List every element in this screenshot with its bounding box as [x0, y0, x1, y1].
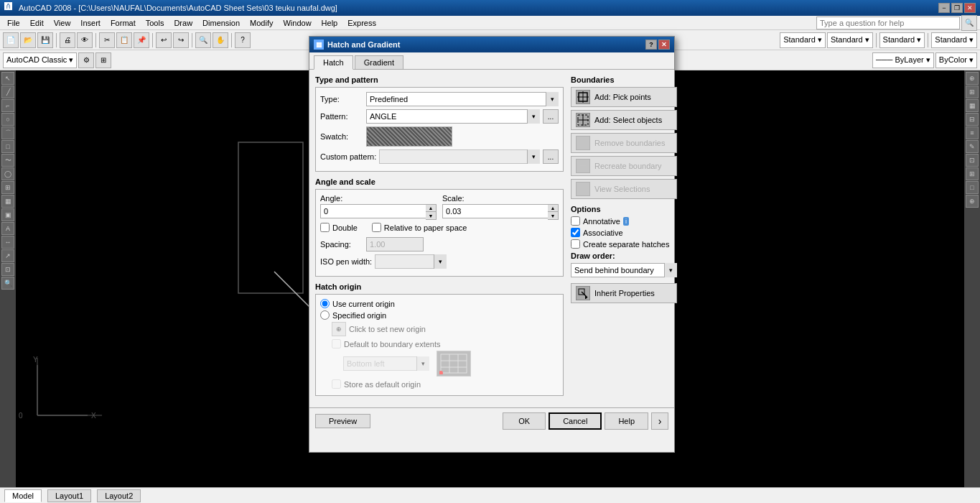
workspace-dropdown[interactable]: AutoCAD Classic ▾ — [3, 52, 77, 68]
menu-insert[interactable]: Insert — [76, 18, 105, 28]
tb-paste[interactable]: 📌 — [134, 32, 149, 48]
tb-save[interactable]: 💾 — [37, 32, 53, 48]
lt-dim[interactable]: ↔ — [1, 236, 14, 249]
bycolor-dropdown[interactable]: ByColor ▾ — [935, 52, 977, 68]
lt-tolerance[interactable]: ⊡ — [1, 263, 14, 276]
click-origin-btn[interactable]: ⊕ — [332, 322, 346, 336]
spacing-input[interactable] — [366, 237, 424, 251]
tb-standard-dd4[interactable]: Standard ▾ — [931, 32, 977, 48]
help-search-input[interactable] — [816, 17, 960, 29]
iso-select[interactable] — [375, 254, 447, 269]
rt-btn5[interactable]: ≡ — [966, 126, 979, 139]
annotative-info-icon[interactable]: i — [623, 217, 629, 226]
tb-help[interactable]: ? — [235, 32, 251, 48]
lt-select[interactable]: ↖ — [1, 72, 14, 85]
tab-model[interactable]: Model — [4, 489, 42, 502]
lt-pline[interactable]: ⌐ — [1, 99, 14, 112]
help-search-button[interactable]: 🔍 — [961, 15, 977, 31]
help-button[interactable]: Help — [605, 412, 648, 430]
tb-standard-dd3[interactable]: Standard ▾ — [879, 32, 925, 48]
tb-standard-dd1[interactable]: Standard ▾ — [780, 32, 826, 48]
tb-workspace-btn1[interactable]: ⚙ — [78, 52, 94, 68]
tab-layout1[interactable]: Layout1 — [47, 489, 91, 502]
lt-hatch[interactable]: ▦ — [1, 195, 14, 208]
tb-workspace-btn2[interactable]: ⊞ — [95, 52, 111, 68]
lt-spline[interactable]: 〜 — [1, 154, 14, 167]
type-select[interactable]: Predefined User defined Custom — [366, 92, 559, 106]
swatch-preview[interactable] — [366, 126, 452, 147]
scale-input[interactable] — [442, 204, 548, 218]
custom-pattern-select[interactable] — [379, 149, 540, 164]
lt-leader[interactable]: ↗ — [1, 249, 14, 262]
remove-boundaries-button[interactable]: Remove boundaries — [571, 133, 677, 153]
lt-region[interactable]: ▣ — [1, 208, 14, 221]
close-button[interactable]: ✕ — [964, 3, 976, 13]
rt-btn2[interactable]: ⊞ — [966, 86, 979, 98]
lt-insert[interactable]: ⊞ — [1, 181, 14, 194]
lt-ellipse[interactable]: ◯ — [1, 167, 14, 180]
rt-btn6[interactable]: ✎ — [966, 140, 979, 153]
tb-preview[interactable]: 👁 — [77, 32, 93, 48]
scale-down[interactable]: ▼ — [548, 212, 558, 219]
tab-layout2[interactable]: Layout2 — [97, 489, 141, 502]
annotative-checkbox[interactable] — [571, 216, 580, 226]
restore-button[interactable]: ❐ — [951, 3, 963, 13]
lt-arc[interactable]: ⌒ — [1, 126, 14, 139]
menu-view[interactable]: View — [50, 18, 75, 28]
view-selections-button[interactable]: View Selections — [571, 179, 677, 199]
tb-print[interactable]: 🖨 — [60, 32, 75, 48]
tb-standard-dd2[interactable]: Standard ▾ — [827, 32, 873, 48]
recreate-boundary-button[interactable]: Recreate boundary — [571, 156, 677, 176]
menu-tools[interactable]: Tools — [141, 18, 169, 28]
expand-button[interactable]: › — [651, 412, 668, 430]
rt-btn4[interactable]: ⊟ — [966, 113, 979, 126]
create-separate-checkbox[interactable] — [571, 239, 580, 249]
menu-edit[interactable]: Edit — [26, 18, 48, 28]
tab-hatch[interactable]: Hatch — [314, 55, 353, 70]
rt-btn1[interactable]: ⊕ — [966, 72, 979, 85]
cancel-button[interactable]: Cancel — [549, 412, 602, 430]
menu-dimension[interactable]: Dimension — [198, 18, 244, 28]
tab-gradient[interactable]: Gradient — [355, 55, 403, 69]
store-default-checkbox[interactable] — [332, 379, 341, 389]
menu-window[interactable]: Window — [279, 18, 315, 28]
rt-btn10[interactable]: ⊕ — [966, 195, 979, 208]
preview-button[interactable]: Preview — [315, 414, 370, 428]
lt-zoom[interactable]: 🔍 — [1, 277, 14, 290]
rt-btn3[interactable]: ▦ — [966, 99, 979, 112]
menu-help[interactable]: Help — [317, 18, 342, 28]
rt-btn8[interactable]: ⊞ — [966, 167, 979, 180]
tb-undo[interactable]: ↩ — [156, 32, 172, 48]
tb-pan[interactable]: ✋ — [213, 32, 228, 48]
use-current-radio[interactable] — [320, 299, 330, 308]
angle-up[interactable]: ▲ — [426, 205, 436, 212]
tb-cut[interactable]: ✂ — [99, 32, 115, 48]
specified-radio[interactable] — [320, 310, 330, 320]
add-select-objects-button[interactable]: Add: Select objects — [571, 110, 677, 130]
rt-btn9[interactable]: □ — [966, 181, 979, 194]
inherit-properties-button[interactable]: Inherit Properties — [571, 283, 677, 303]
scale-up[interactable]: ▲ — [548, 205, 558, 212]
tb-new[interactable]: 📄 — [3, 32, 19, 48]
menu-format[interactable]: Format — [106, 18, 140, 28]
angle-input[interactable] — [320, 204, 426, 218]
angle-down[interactable]: ▼ — [426, 212, 436, 219]
dialog-help-button[interactable]: ? — [645, 40, 657, 50]
pattern-select[interactable]: ANGLE ANSI31 ANSI32 — [366, 109, 540, 124]
associative-checkbox[interactable] — [571, 228, 580, 237]
rt-btn7[interactable]: ⊡ — [966, 154, 979, 167]
lt-text[interactable]: A — [1, 222, 14, 235]
draw-order-select[interactable]: Do not assign Send to back Bring to fron… — [571, 263, 677, 277]
tb-copy[interactable]: 📋 — [116, 32, 132, 48]
bottom-left-select[interactable]: Bottom left Bottom right Top left Top ri… — [343, 356, 429, 371]
menu-modify[interactable]: Modify — [246, 18, 277, 28]
lt-rect[interactable]: □ — [1, 140, 14, 153]
lt-circle[interactable]: ○ — [1, 113, 14, 126]
dialog-close-button[interactable]: ✕ — [658, 40, 670, 50]
double-checkbox[interactable] — [320, 223, 330, 232]
add-pick-points-button[interactable]: Add: Pick points — [571, 87, 677, 107]
ok-button[interactable]: OK — [503, 412, 546, 430]
menu-file[interactable]: File — [3, 18, 24, 28]
minimize-button[interactable]: − — [938, 3, 950, 13]
tb-open[interactable]: 📂 — [20, 32, 36, 48]
